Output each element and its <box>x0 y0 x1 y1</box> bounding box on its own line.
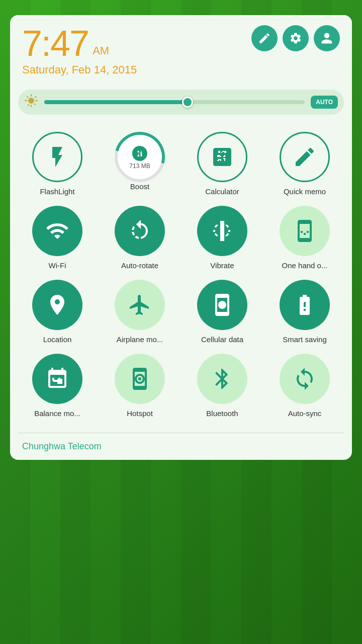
autosync-item[interactable]: Auto-sync <box>263 349 346 423</box>
person-icon <box>320 32 333 45</box>
cellulardata-label: Cellular data <box>201 335 243 344</box>
brightness-track[interactable] <box>44 100 305 104</box>
smartsaving-icon-circle <box>280 280 330 330</box>
sun-icon <box>24 94 38 108</box>
boost-value: 713 MB <box>129 163 150 170</box>
boost-icon-circle: 713 MB <box>115 132 165 182</box>
onehand-item[interactable]: One hand o... <box>263 201 346 275</box>
autosync-label: Auto-sync <box>288 409 322 418</box>
quickmemo-icon <box>293 145 317 169</box>
quickmemo-item[interactable]: Quick memo <box>263 127 346 201</box>
cellulardata-icon-circle <box>197 280 247 330</box>
speedometer-icon <box>131 144 149 163</box>
wifi-label: Wi-Fi <box>49 261 66 270</box>
auto-brightness-button[interactable]: AUTO <box>311 96 338 109</box>
quickmemo-icon-circle <box>280 132 330 182</box>
divider <box>18 433 344 433</box>
balancemode-item[interactable]: Balance mo... <box>16 349 99 423</box>
autorotate-label: Auto-rotate <box>121 261 158 270</box>
balancemode-label: Balance mo... <box>34 409 80 418</box>
bluetooth-item[interactable]: Bluetooth <box>181 349 263 423</box>
autorotate-icon-circle <box>115 206 165 256</box>
vibrate-icon <box>210 219 234 243</box>
hotspot-icon <box>128 367 152 391</box>
hotspot-item[interactable]: Hotspot <box>99 349 181 423</box>
flashlight-item[interactable]: FlashLight <box>16 127 99 201</box>
wifi-item[interactable]: Wi-Fi <box>16 201 99 275</box>
brightness-icon <box>24 94 38 111</box>
wifi-icon <box>45 219 69 243</box>
quickmemo-label: Quick memo <box>284 187 326 196</box>
settings-button[interactable] <box>283 25 309 51</box>
autosync-icon <box>293 367 317 391</box>
boost-item[interactable]: 713 MB Boost <box>99 127 181 201</box>
airplanemode-label: Airplane mo... <box>117 335 163 344</box>
edit-button[interactable] <box>251 25 278 51</box>
wifi-icon-circle <box>32 206 82 256</box>
balance-icon-circle <box>32 354 82 404</box>
flashlight-label: FlashLight <box>40 187 74 196</box>
header-icons <box>251 25 340 51</box>
calculator-icon-circle <box>197 132 247 182</box>
flashlight-icon <box>45 145 69 169</box>
vibrate-item[interactable]: Vibrate <box>181 201 263 275</box>
cellulardata-item[interactable]: Cellular data <box>181 275 263 349</box>
hotspot-icon-circle <box>115 354 165 404</box>
autorotate-icon <box>128 219 152 243</box>
location-item[interactable]: Location <box>16 275 99 349</box>
airplane-icon <box>128 293 152 317</box>
location-icon-circle <box>32 280 82 330</box>
bluetooth-icon <box>210 367 234 391</box>
calculator-item[interactable]: Calculator <box>181 127 263 201</box>
bluetooth-icon-circle <box>197 354 247 404</box>
clock-time: 7:47 <box>22 25 88 61</box>
onehand-icon <box>293 219 317 243</box>
profile-button[interactable] <box>314 25 340 51</box>
cellulardata-icon <box>210 293 234 317</box>
vibrate-label: Vibrate <box>210 261 234 270</box>
airplanemode-item[interactable]: Airplane mo... <box>99 275 181 349</box>
brightness-fill <box>44 100 188 104</box>
bluetooth-label: Bluetooth <box>206 409 238 418</box>
brightness-thumb[interactable] <box>182 97 193 108</box>
edit-icon <box>258 32 271 45</box>
time-date-block: 7:47 AM Saturday, Feb 14, 2015 <box>22 25 137 76</box>
brightness-slider-bar: AUTO <box>18 90 344 115</box>
autosync-icon-circle <box>280 354 330 404</box>
boost-label: Boost <box>130 182 149 191</box>
shortcuts-grid: FlashLight 713 MB Boost <box>10 123 352 431</box>
smartsaving-icon <box>293 293 317 317</box>
calculator-label: Calculator <box>205 187 239 196</box>
airplane-icon-circle <box>115 280 165 330</box>
carrier-display: Chunghwa Telecom <box>10 435 352 460</box>
boost-inner: 713 MB <box>118 135 162 179</box>
main-panel: 7:47 AM Saturday, Feb 14, 2015 <box>10 15 352 460</box>
location-label: Location <box>43 335 72 344</box>
smartsaving-item[interactable]: Smart saving <box>263 275 346 349</box>
balance-icon <box>45 367 69 391</box>
smartsaving-label: Smart saving <box>283 335 327 344</box>
onehand-label: One hand o... <box>282 261 328 270</box>
vibrate-icon-circle <box>197 206 247 256</box>
hotspot-label: Hotspot <box>127 409 153 418</box>
calculator-icon <box>210 145 234 169</box>
header-top: 7:47 AM Saturday, Feb 14, 2015 <box>22 25 340 76</box>
gear-icon <box>289 32 302 45</box>
autorotate-item[interactable]: Auto-rotate <box>99 201 181 275</box>
onehand-icon-circle <box>280 206 330 256</box>
location-icon <box>45 293 69 317</box>
header: 7:47 AM Saturday, Feb 14, 2015 <box>10 15 352 85</box>
time-row: 7:47 AM <box>22 25 137 61</box>
date-display: Saturday, Feb 14, 2015 <box>22 63 137 76</box>
clock-ampm: AM <box>93 44 109 57</box>
flashlight-icon-circle <box>32 132 82 182</box>
svg-point-1 <box>138 377 141 380</box>
